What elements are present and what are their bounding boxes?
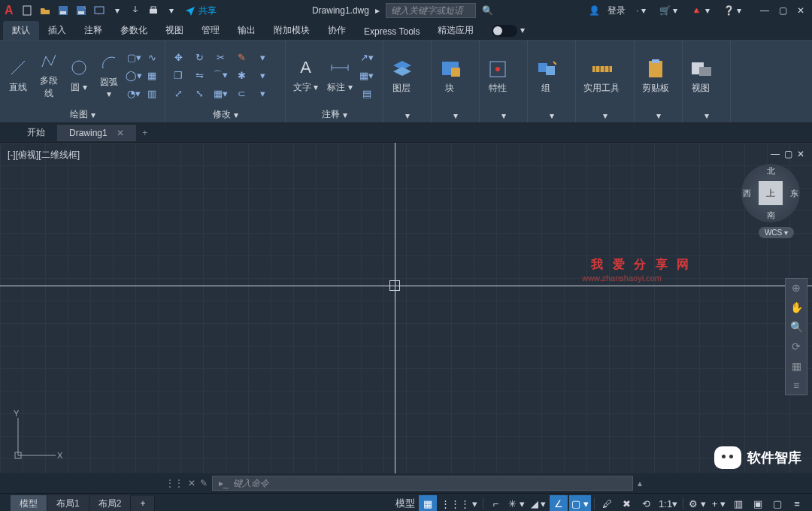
close-icon[interactable]: ✕	[794, 4, 807, 17]
close-tab-icon[interactable]: ✕	[117, 128, 124, 138]
copy-icon[interactable]: ❐	[170, 67, 186, 83]
cmd-customize-icon[interactable]: ✎	[200, 478, 208, 488]
layout-model[interactable]: 模型	[11, 495, 47, 512]
autodesk-icon[interactable]: 🔺 ▾	[691, 5, 709, 16]
print-icon[interactable]	[146, 3, 161, 18]
leader-icon[interactable]: ↗▾	[359, 49, 375, 65]
region-icon[interactable]: ◔▾	[126, 85, 142, 101]
tab-collab[interactable]: 协作	[319, 21, 355, 40]
stretch-icon[interactable]: ⤢	[170, 85, 186, 101]
tab-annotate[interactable]: 注释	[75, 21, 111, 40]
layout-add[interactable]: +	[131, 496, 155, 511]
saveas-icon[interactable]	[74, 3, 89, 18]
viewport-label[interactable]: [-][俯视][二维线框]	[8, 149, 80, 162]
save-icon[interactable]	[56, 3, 71, 18]
pan-icon[interactable]: ✋	[790, 301, 803, 313]
offset-dd-icon[interactable]: ▾	[254, 67, 271, 83]
hw-icon[interactable]: ▣	[749, 495, 767, 511]
table-icon[interactable]: ▦▾	[359, 67, 375, 83]
tab-featured[interactable]: 精选应用	[429, 21, 483, 40]
cycle-icon[interactable]: ⟲	[637, 495, 655, 511]
rotate-icon[interactable]: ↻	[191, 49, 208, 65]
cmd-history-icon[interactable]: ▴	[638, 478, 642, 488]
open-icon[interactable]	[38, 3, 53, 18]
compass-s[interactable]: 南	[767, 210, 775, 221]
tab-default[interactable]: 默认	[3, 21, 39, 40]
polyline-button[interactable]: 多段线	[35, 49, 62, 101]
group-button[interactable]: 组	[532, 56, 559, 96]
add-tab-icon[interactable]: +	[136, 128, 154, 138]
gear-icon[interactable]: ⚙ ▾	[686, 495, 708, 511]
show-icon[interactable]: ▦	[792, 360, 801, 372]
compass-e[interactable]: 东	[790, 188, 798, 199]
title-arrow-icon[interactable]: ▸	[375, 5, 380, 16]
arc-button[interactable]: 圆弧 ▾	[95, 50, 123, 101]
compass-w[interactable]: 西	[743, 188, 751, 199]
fillet-icon[interactable]: ⌒▾	[212, 67, 229, 83]
menu-icon[interactable]: ≡	[788, 495, 806, 511]
block-button[interactable]: 块	[436, 56, 463, 96]
view-button[interactable]: 视图	[687, 56, 714, 96]
rect-icon[interactable]: ▢▾	[126, 49, 142, 65]
ellipse-icon[interactable]: ◯▾	[126, 67, 142, 83]
lineweight-icon[interactable]: 🖊	[598, 495, 616, 511]
array-icon[interactable]: ▦▾	[212, 85, 229, 101]
dd-icon[interactable]: ▾	[164, 3, 179, 18]
tab-addins[interactable]: 附加模块	[265, 21, 319, 40]
doctab-start[interactable]: 开始	[15, 123, 57, 142]
offset-icon[interactable]: ⊂	[233, 85, 250, 101]
search-icon[interactable]: 🔍	[482, 5, 493, 16]
iso-icon[interactable]: ◢ ▾	[529, 495, 549, 511]
align-dd-icon[interactable]: ▾	[254, 85, 271, 101]
clean-icon[interactable]: ▢	[768, 495, 786, 511]
field-icon[interactable]: ▤	[359, 85, 375, 101]
transparency-icon[interactable]: ✖	[617, 495, 635, 511]
spline-icon[interactable]: ∿	[144, 49, 160, 65]
tab-insert[interactable]: 插入	[39, 21, 75, 40]
scale-dd-icon[interactable]: ▾	[254, 49, 271, 65]
search-input[interactable]: 键入关键字或短语	[386, 3, 476, 18]
hatch-icon[interactable]: ▦	[144, 67, 160, 83]
vp-close-icon[interactable]: ✕	[797, 149, 804, 159]
layout-1[interactable]: 布局1	[47, 495, 89, 512]
cmd-handle-icon[interactable]: ⋮⋮	[165, 478, 183, 488]
nav-dd-icon[interactable]: ≡	[793, 379, 799, 392]
web-icon[interactable]	[92, 3, 107, 18]
otrack-icon[interactable]: ▢ ▾	[569, 495, 591, 511]
compass-n[interactable]: 北	[767, 165, 775, 177]
maximize-icon[interactable]: ▢	[776, 4, 789, 17]
osnap-icon[interactable]: ∠	[550, 495, 568, 511]
orbit-icon[interactable]: ⟳	[792, 340, 801, 352]
share-button[interactable]: 共享	[185, 5, 217, 17]
tab-express[interactable]: Express Tools	[355, 23, 429, 40]
polar-icon[interactable]: ✳ ▾	[506, 495, 527, 511]
snap-icon[interactable]: ⋮⋮⋮ ▾	[438, 495, 480, 511]
new-icon[interactable]	[20, 3, 35, 18]
line-button[interactable]: 直线	[5, 56, 32, 95]
viewcube-top[interactable]: 上	[759, 181, 783, 205]
viewcube[interactable]: 北 南 东 西 上	[741, 164, 800, 222]
user-icon[interactable]: 👤	[589, 5, 600, 16]
zoom-icon[interactable]: 🔍	[790, 321, 803, 333]
layout-2[interactable]: 布局2	[89, 495, 132, 512]
command-input[interactable]: ▸_ 键入命令	[212, 476, 633, 491]
circle-button[interactable]: 圆 ▾	[65, 56, 92, 95]
vp-maximize-icon[interactable]: ▢	[784, 149, 792, 159]
export-icon[interactable]	[128, 3, 143, 18]
status-model[interactable]: 模型	[393, 495, 417, 511]
utilities-button[interactable]: 实用工具	[580, 56, 623, 96]
clipboard-button[interactable]: 剪贴板	[639, 56, 672, 96]
tab-view[interactable]: 视图	[156, 21, 192, 40]
drawing-canvas[interactable]: [-][俯视][二维线框] — ▢ ✕ 我 爱 分 享 网 www.zhansh…	[0, 143, 812, 473]
scale-icon[interactable]: ⤡	[191, 85, 208, 101]
cart-icon[interactable]: 🛒 ▾	[659, 5, 677, 16]
add-status-icon[interactable]: + ▾	[710, 495, 728, 511]
properties-button[interactable]: 特性	[484, 56, 511, 96]
login-label[interactable]: 登录	[607, 5, 626, 17]
layer-button[interactable]: 图层	[388, 56, 415, 96]
text-button[interactable]: A文字 ▾	[290, 56, 321, 95]
dim-button[interactable]: 标注 ▾	[324, 56, 355, 95]
tab-manage[interactable]: 管理	[192, 21, 229, 40]
explode-icon[interactable]: ✱	[233, 67, 250, 83]
tab-toggle[interactable]: ▾	[483, 22, 533, 40]
